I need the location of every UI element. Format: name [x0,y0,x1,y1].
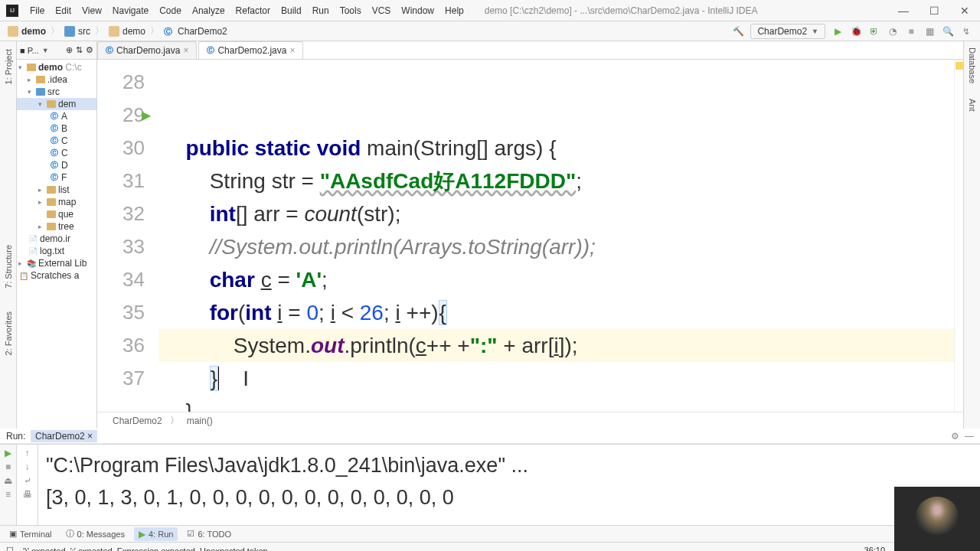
app-logo [6,5,18,17]
run-panel-settings-icon[interactable]: ⚙ [951,431,959,442]
tool-favorites[interactable]: 2: Favorites [4,311,13,355]
run-configuration-selector[interactable]: CharDemo2▼ [750,24,825,39]
run-panel: ▶ ■ ⏏ ≡ ↑ ↓ ⤶ 🖶 "C:\Program Files\Java\j… [0,444,980,525]
tab-terminal[interactable]: ▣ Terminal [5,527,57,540]
tab-messages[interactable]: ⓘ 0: Messages [61,527,129,541]
menu-vcs[interactable]: VCS [367,5,397,16]
status-bar: ☐ ')' expected. ';' expected. Expression… [0,542,980,551]
exit-button[interactable]: ⏏ [4,475,12,486]
menu-edit[interactable]: Edit [50,5,77,16]
menu-file[interactable]: File [24,5,50,16]
right-tool-stripe: Database Ant [963,41,980,429]
code-editor[interactable]: 28 29▶ 30 31 32 33 34 35 36 37 public st… [97,60,963,412]
editor-area: ⒸCharDemo.java× ⒸCharDemo2.java× 28 29▶ … [97,41,963,429]
menu-run[interactable]: Run [307,5,335,16]
run-output[interactable]: "C:\Program Files\Java\jdk1.8.0_241\bin\… [38,445,980,525]
warning-marker[interactable] [956,62,963,70]
rerun-button[interactable]: ▶ [5,448,11,458]
menu-analyze[interactable]: Analyze [187,5,230,16]
build-icon[interactable]: 🔨 [733,26,744,37]
tool-ant[interactable]: Ant [968,99,977,112]
coverage-button[interactable]: ⛨ [868,25,880,37]
run-panel-controls: ▶ ■ ⏏ ≡ [0,445,17,525]
profile-button[interactable]: ◔ [887,25,899,37]
tab-chardemo[interactable]: ⒸCharDemo.java× [97,41,197,59]
bottom-tool-tabs: ▣ Terminal ⓘ 0: Messages ▶ 4: Run ☑ 6: T… [0,525,980,542]
run-panel-title: Run: [6,431,25,442]
settings-button[interactable]: ↯ [960,25,972,37]
close-icon[interactable]: × [183,45,188,56]
crumb-src[interactable]: src [61,26,93,37]
project-pane: ■ P...▼ ⊕⇅⚙ ▾demo C:\c ▸.idea ▾src ▾dem … [17,41,97,429]
down-button[interactable]: ↓ [25,461,30,472]
window-title-path: demo [C:\czh2\demo] - ...\src\demo\CharD… [485,5,758,16]
tab-run[interactable]: ▶ 4: Run [134,527,178,541]
close-icon[interactable]: × [289,45,295,56]
menu-navigate[interactable]: Navigate [107,5,154,16]
run-panel-config[interactable]: CharDemo2 × [31,430,97,442]
line-gutter[interactable]: 28 29▶ 30 31 32 33 34 35 36 37 [97,60,158,412]
maximize-button[interactable]: ☐ [919,0,949,21]
left-tool-stripe: 1: Project 7: Structure 2: Favorites [0,41,17,429]
stop-run-button[interactable]: ■ [5,461,11,472]
project-tree[interactable]: ▾demo C:\c ▸.idea ▾src ▾dem ⒸA ⒸB ⒸC ⒸC … [17,60,96,283]
menu-view[interactable]: View [77,5,107,16]
menu-help[interactable]: Help [439,5,469,16]
wrap-button[interactable]: ⤶ [24,475,31,486]
marker-stripe[interactable] [954,60,963,412]
main-area: 1: Project 7: Structure 2: Favorites ■ P… [0,41,980,429]
print-button[interactable]: 🖶 [23,489,32,500]
layout-button[interactable]: ▦ [923,25,936,37]
tool-database[interactable]: Database [968,47,977,83]
tool-project[interactable]: 1: Project [4,49,13,84]
close-button[interactable]: ✕ [949,0,980,21]
crumb-demo[interactable]: demo [5,26,49,37]
code-body[interactable]: public static void main(String[] args) {… [158,60,954,412]
debug-button[interactable]: 🐞 [850,25,862,37]
stop-button[interactable]: ■ [905,25,917,37]
run-button[interactable]: ▶ [831,25,844,37]
run-panel-controls-2: ↑ ↓ ⤶ 🖶 [17,445,38,525]
tool-structure[interactable]: 7: Structure [4,245,13,289]
tab-todo[interactable]: ☑ 6: TODO [182,527,236,540]
dump-button[interactable]: ≡ [5,489,11,500]
menu-build[interactable]: Build [276,5,307,16]
minimize-button[interactable]: — [888,0,919,21]
menu-window[interactable]: Window [396,5,439,16]
editor-tabs: ⒸCharDemo.java× ⒸCharDemo2.java× [97,41,963,60]
caret-position[interactable]: 36:10 [864,546,886,551]
main-menu: File Edit View Navigate Code Analyze Ref… [24,5,469,16]
close-icon[interactable]: × [87,431,93,442]
gutter-run-icon[interactable]: ▶ [142,99,151,132]
editor-breadcrumbs[interactable]: CharDemo2〉main() [97,412,963,429]
menu-code[interactable]: Code [154,5,187,16]
title-bar: File Edit View Navigate Code Analyze Ref… [0,0,980,21]
search-everywhere-button[interactable]: 🔍 [942,25,954,37]
crumb-class[interactable]: ⒸCharDemo2 [161,26,230,37]
run-panel-hide-icon[interactable]: — [965,431,974,442]
tab-chardemo2[interactable]: ⒸCharDemo2.java× [198,41,303,59]
up-button[interactable]: ↑ [25,448,30,458]
webcam-overlay [894,487,980,551]
navigation-bar: demo 〉 src 〉 demo 〉 ⒸCharDemo2 🔨 CharDem… [0,21,980,41]
crumb-demo-pkg[interactable]: demo [106,26,149,37]
menu-refactor[interactable]: Refactor [230,5,276,16]
status-message: ')' expected. ';' expected. Expression e… [23,546,270,552]
menu-tools[interactable]: Tools [335,5,367,16]
window-controls: — ☐ ✕ [888,0,980,21]
status-icon[interactable]: ☐ [6,546,14,551]
run-panel-header: Run: CharDemo2 × ⚙ — [0,429,980,444]
project-pane-header[interactable]: ■ P...▼ ⊕⇅⚙ [17,41,96,60]
